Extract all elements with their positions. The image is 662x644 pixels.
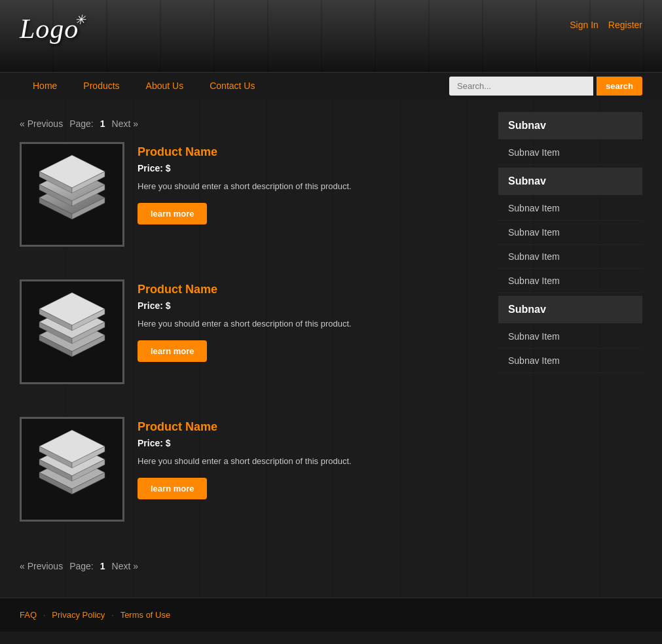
nav-item-products[interactable]: Products [70,73,132,99]
subnav-section-3: Subnav Subnav Item Subnav Item [498,296,642,373]
next-page-top[interactable]: Next » [112,118,138,129]
product-item: Product Name Price: $ Here you should en… [20,417,485,535]
footer-link-privacy[interactable]: Privacy Policy [52,610,105,620]
navbar: Home Products About Us Contact Us search [0,72,662,99]
learn-more-button-2[interactable]: learn more [138,340,207,362]
subnav-item[interactable]: Subnav Item [498,221,642,245]
product-info-2: Product Name Price: $ Here you should en… [138,279,485,384]
product-image-1 [20,142,124,247]
product-price-3: Price: $ [138,438,485,448]
product-image-2 [20,279,124,384]
learn-more-button-1[interactable]: learn more [138,203,207,224]
nav-item-contact[interactable]: Contact Us [196,73,268,99]
product-price-1: Price: $ [138,163,485,173]
sidebar: Subnav Subnav Item Subnav Subnav Item Su… [498,112,642,584]
product-info-3: Product Name Price: $ Here you should en… [138,417,485,522]
product-name-3: Product Name [138,420,485,434]
product-price-2: Price: $ [138,300,485,311]
logo-star: ✳ [75,12,86,27]
main-wrapper: « Previous Page: 1 Next » [0,99,662,598]
page-number-top: 1 [100,118,105,129]
footer-link-faq[interactable]: FAQ [20,610,37,620]
subnav-item[interactable]: Subnav Item [498,269,642,293]
product-description-3: Here you should enter a short descriptio… [138,455,485,468]
auth-links: Sign In Register [570,13,642,30]
nav-links: Home Products About Us Contact Us [20,73,449,99]
subnav-item[interactable]: Subnav Item [498,245,642,269]
footer-links: FAQ · Privacy Policy · Terms of Use [20,610,642,620]
header: Logo✳ Sign In Register [0,0,662,72]
page-label-bottom: Page: [69,561,94,571]
nav-item-home[interactable]: Home [20,73,70,99]
subnav-item[interactable]: Subnav Item [498,141,642,165]
subnav-item[interactable]: Subnav Item [498,196,642,221]
product-name-2: Product Name [138,283,485,296]
product-description-1: Here you should enter a short descriptio… [138,180,485,193]
prev-page-bottom[interactable]: « Previous [20,561,63,571]
prev-page-top[interactable]: « Previous [20,118,63,129]
product-name-1: Product Name [138,145,485,159]
pagination-bottom: « Previous Page: 1 Next » [20,554,485,584]
search-area: search [449,77,642,96]
pagination-top: « Previous Page: 1 Next » [20,112,485,142]
footer-dot-2: · [111,611,113,620]
product-item: Product Name Price: $ Here you should en… [20,279,485,397]
register-link[interactable]: Register [608,20,642,30]
learn-more-button-3[interactable]: learn more [138,478,207,499]
subnav-item[interactable]: Subnav Item [498,349,642,373]
product-info-1: Product Name Price: $ Here you should en… [138,142,485,247]
page-number-bottom: 1 [100,561,105,571]
content-area: « Previous Page: 1 Next » [20,112,485,584]
subnav-header-3: Subnav [498,296,642,323]
logo-area: Logo✳ [20,13,79,45]
subnav-header-2: Subnav [498,168,642,195]
sign-in-link[interactable]: Sign In [570,20,598,30]
search-input[interactable] [449,77,593,96]
subnav-header-1: Subnav [498,112,642,139]
search-button[interactable]: search [597,77,642,96]
subnav-item[interactable]: Subnav Item [498,325,642,349]
footer: FAQ · Privacy Policy · Terms of Use [0,598,662,632]
footer-link-terms[interactable]: Terms of Use [120,610,171,620]
product-item: Product Name Price: $ Here you should en… [20,142,485,260]
next-page-bottom[interactable]: Next » [112,561,138,571]
nav-item-about[interactable]: About Us [133,73,197,99]
subnav-section-1: Subnav Subnav Item [498,112,642,165]
footer-dot-1: · [43,611,45,620]
product-description-2: Here you should enter a short descriptio… [138,317,485,331]
page-label-top: Page: [69,118,94,129]
product-image-3 [20,417,124,522]
subnav-section-2: Subnav Subnav Item Subnav Item Subnav It… [498,168,642,293]
logo: Logo✳ [20,13,79,45]
